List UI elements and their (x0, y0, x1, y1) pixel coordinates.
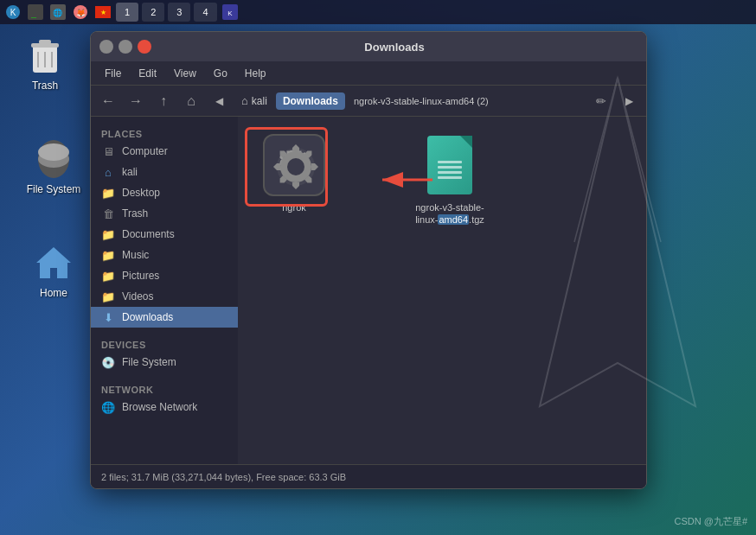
breadcrumb-downloads[interactable]: Downloads (276, 92, 345, 110)
filesystem-icon (33, 138, 74, 180)
desktop-folder-icon: 📁 (101, 186, 115, 200)
filesystem-sidebar-icon: 💿 (101, 355, 115, 369)
flag-taskbar-icon[interactable]: ★ (93, 3, 112, 22)
browser-taskbar-icon[interactable]: 🌐 (48, 3, 67, 22)
maximize-button[interactable]: □ (119, 40, 132, 54)
firefox-taskbar-icon[interactable]: 🦊 (71, 3, 90, 22)
home-breadcrumb-icon: ⌂ (241, 94, 248, 107)
tgz-file-icon (424, 134, 476, 196)
svg-text:K: K (227, 10, 233, 17)
svg-text:🦊: 🦊 (76, 8, 86, 18)
network-section-label: Network (91, 379, 238, 397)
sidebar-item-downloads[interactable]: ⬇ Downloads (91, 307, 238, 328)
window-title: Downloads (151, 41, 637, 54)
menu-view[interactable]: View (167, 66, 203, 81)
watermark: CSDN @九芒星# (674, 515, 747, 528)
file-item-ngrok-tgz[interactable]: ngrok-v3-stable-linux-amd64.tgz (411, 134, 489, 226)
prev-location-button[interactable]: ◀ (207, 89, 231, 113)
statusbar: 2 files; 31.7 MiB (33,271,044 bytes), Fr… (91, 464, 646, 488)
home-nav-button[interactable]: ⌂ (179, 89, 203, 113)
trash-icon (24, 35, 66, 76)
sidebar-item-desktop[interactable]: 📁 Desktop (91, 182, 238, 203)
titlebar: – □ ✕ Downloads (91, 32, 646, 61)
menubar: File Edit View Go Help (91, 61, 646, 86)
sidebar-item-trash[interactable]: 🗑 Trash (91, 203, 238, 224)
svg-point-24 (287, 158, 304, 175)
file-area: ngrok (238, 117, 646, 464)
sidebar-item-computer[interactable]: 🖥 Computer (91, 141, 238, 162)
menu-go[interactable]: Go (207, 66, 234, 81)
kali-menu-icon[interactable]: K (3, 3, 22, 22)
forward-button[interactable]: → (124, 89, 148, 113)
svg-point-18 (38, 143, 69, 161)
close-button[interactable]: ✕ (138, 40, 151, 54)
music-icon: 📁 (101, 248, 115, 262)
ngrok-file-icon (263, 134, 325, 196)
ngrok-tgz-label: ngrok-v3-stable-linux-amd64.tgz (415, 201, 484, 226)
trash-label: Trash (32, 80, 58, 92)
home-label: Home (40, 287, 67, 299)
amd64-highlight: amd64 (438, 214, 469, 225)
file-item-ngrok[interactable]: ngrok (255, 134, 333, 213)
sidebar-item-documents[interactable]: 📁 Documents (91, 224, 238, 245)
next-location-button[interactable]: ▶ (617, 89, 641, 113)
toolbar: ← → ↑ ⌂ ◀ ⌂ kali Downloads ngrok-v3-stab… (91, 86, 646, 117)
terminal-taskbar-icon[interactable]: _ (26, 3, 45, 22)
sidebar-item-browse-network[interactable]: 🌐 Browse Network (91, 397, 238, 417)
window-controls: – □ ✕ (99, 40, 151, 54)
menu-edit[interactable]: Edit (131, 66, 163, 81)
browse-network-icon: 🌐 (101, 400, 115, 414)
desktop-trash-icon[interactable]: Trash (10, 35, 80, 92)
up-button[interactable]: ↑ (151, 89, 176, 113)
svg-marker-19 (36, 247, 71, 278)
sidebar-item-filesystem[interactable]: 💿 File System (91, 352, 238, 373)
menu-help[interactable]: Help (238, 66, 273, 81)
back-button[interactable]: ← (96, 89, 120, 113)
desktop-filesystem-icon[interactable]: File System (19, 138, 88, 195)
taskbar-tab-2[interactable]: 2 (142, 3, 164, 22)
sidebar: Places 🖥 Computer ⌂ kali 📁 Desktop 🗑 Tra… (91, 117, 238, 464)
kali-badge-icon[interactable]: K (221, 3, 240, 22)
taskbar-tab-3[interactable]: 3 (168, 3, 190, 22)
taskbar-tab-1[interactable]: 1 (116, 3, 138, 22)
minimize-button[interactable]: – (99, 40, 113, 54)
videos-icon: 📁 (101, 290, 115, 303)
desktop-home-icon[interactable]: Home (19, 242, 88, 299)
breadcrumb: ⌂ kali Downloads ngrok-v3-stable-linux-a… (234, 92, 586, 110)
file-manager-window: – □ ✕ Downloads File Edit View Go Help ←… (90, 31, 647, 489)
devices-section-label: Devices (91, 334, 238, 352)
svg-text:🌐: 🌐 (53, 8, 63, 18)
breadcrumb-kali[interactable]: ⌂ kali (234, 92, 274, 110)
content-area: Places 🖥 Computer ⌂ kali 📁 Desktop 🗑 Tra… (91, 117, 646, 464)
svg-text:K: K (10, 8, 16, 17)
breadcrumb-ngrok-tab[interactable]: ngrok-v3-stable-linux-amd64 (2) (347, 93, 496, 109)
menu-file[interactable]: File (98, 66, 128, 81)
pictures-icon: 📁 (101, 269, 115, 283)
sidebar-item-pictures[interactable]: 📁 Pictures (91, 265, 238, 286)
edit-location-button[interactable]: ✏ (589, 89, 613, 113)
svg-text:_: _ (31, 8, 37, 18)
taskbar: K _ 🌐 🦊 ★ 1 2 3 4 K (0, 0, 756, 24)
svg-rect-12 (39, 40, 51, 44)
places-section-label: Places (91, 124, 238, 141)
documents-icon: 📁 (101, 227, 115, 241)
downloads-icon: ⬇ (101, 310, 115, 324)
trash-sidebar-icon: 🗑 (101, 207, 115, 220)
filesystem-label: File System (27, 183, 81, 195)
ngrok-file-label: ngrok (282, 201, 306, 213)
computer-icon: 🖥 (101, 144, 115, 158)
taskbar-tab-4[interactable]: 4 (194, 3, 216, 22)
sidebar-item-music[interactable]: 📁 Music (91, 245, 238, 265)
kali-home-icon: ⌂ (101, 165, 115, 179)
statusbar-text: 2 files; 31.7 MiB (33,271,044 bytes), Fr… (101, 472, 346, 482)
sidebar-item-videos[interactable]: 📁 Videos (91, 286, 238, 307)
sidebar-item-kali[interactable]: ⌂ kali (91, 162, 238, 182)
home-icon (33, 242, 74, 283)
